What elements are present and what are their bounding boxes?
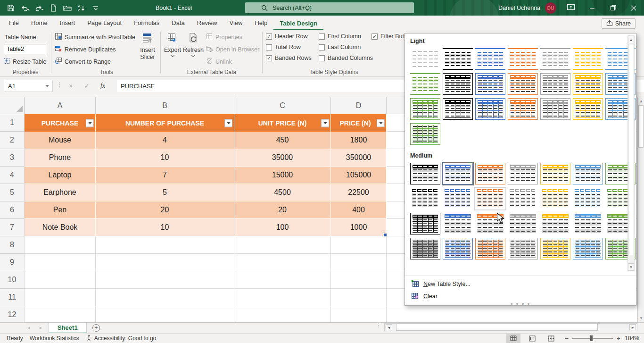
table-cell[interactable]: 10	[96, 219, 234, 236]
checkbox-box[interactable]	[319, 55, 325, 61]
table-style-thumbnail-black-lines[interactable]	[442, 47, 474, 71]
new-sheet-icon[interactable]: +	[92, 324, 100, 332]
gallery-resize-grip[interactable]: ● ● ● ●	[405, 301, 636, 306]
zoom-in-button[interactable]: +	[617, 335, 620, 342]
tab-scroll-splitter[interactable]: ⋮	[376, 324, 381, 326]
ribbon-tab-help[interactable]: Help	[248, 17, 273, 30]
table-style-thumbnail-yellow-cells[interactable]	[539, 187, 571, 210]
checkbox-box[interactable]	[319, 44, 325, 50]
table-style-thumbnail-gray-cells[interactable]	[507, 187, 539, 210]
undo-icon[interactable]	[19, 2, 31, 14]
clear-table-style-button[interactable]: Clear	[405, 290, 636, 302]
table-cell[interactable]: 450	[234, 132, 331, 149]
row-header-1[interactable]: 1	[0, 114, 25, 132]
table-style-thumbnail-blue-cells[interactable]	[442, 187, 474, 210]
checkbox-first-column[interactable]: First Column	[319, 33, 373, 40]
redo-icon[interactable]	[33, 2, 45, 14]
table-cell[interactable]: 1800	[331, 132, 387, 149]
vertical-scrollbar[interactable]: ▲ ▼	[637, 97, 644, 322]
table-cell[interactable]: Laptop	[25, 167, 96, 184]
cancel-icon[interactable]: ×	[64, 80, 77, 92]
table-style-thumbnail-orange-cells[interactable]	[474, 187, 506, 210]
checkbox-header-row[interactable]: ✓Header Row	[266, 33, 312, 40]
table-style-thumbnail-orange-mheader[interactable]	[474, 162, 506, 185]
scroll-down-icon[interactable]: ▼	[638, 315, 644, 322]
column-header-c[interactable]: C	[234, 97, 331, 114]
scroll-up-icon[interactable]: ▲	[638, 98, 644, 105]
table-cell[interactable]: 20	[96, 201, 234, 219]
filter-dropdown-icon[interactable]	[86, 119, 94, 127]
zoom-out-button[interactable]: −	[565, 335, 569, 342]
table-cell[interactable]: Earphone	[25, 184, 96, 201]
table-cell[interactable]: 15000	[234, 167, 331, 184]
row-header-6[interactable]: 6	[0, 201, 25, 219]
normal-view-button[interactable]	[506, 334, 520, 343]
table-cell[interactable]: Note Book	[25, 219, 96, 236]
table-cell[interactable]: Pen	[25, 201, 96, 219]
table-header-purchase[interactable]: PURCHASE	[25, 114, 96, 132]
table-style-thumbnail-yellow-shade[interactable]	[539, 237, 571, 260]
column-header-d[interactable]: D	[331, 97, 387, 114]
user-name[interactable]: Daniel Uchenna	[498, 5, 540, 11]
row-header-8[interactable]: 8	[0, 236, 25, 254]
table-style-thumbnail-black-grid[interactable]	[409, 212, 441, 235]
enter-icon[interactable]: ✓	[80, 80, 93, 92]
table-style-thumbnail-orange-header[interactable]	[507, 72, 539, 96]
summarize-with-pivottable-button[interactable]: Summarize with PivotTable	[55, 33, 135, 42]
table-header-price-n-[interactable]: PRICE (N)	[331, 114, 387, 132]
row-header-3[interactable]: 3	[0, 149, 25, 167]
table-cell[interactable]: 4500	[234, 184, 331, 201]
table-style-thumbnail-yellow-lines[interactable]	[572, 47, 604, 71]
open-folder-icon[interactable]	[61, 2, 74, 14]
ribbon-tab-file[interactable]: File	[3, 17, 25, 30]
table-cell[interactable]: 1000	[331, 219, 387, 236]
table-cell[interactable]: 35000	[234, 149, 331, 167]
formula-bar-splitter[interactable]: ⋮	[57, 81, 63, 88]
table-style-thumbnail-blue-grid[interactable]	[474, 97, 506, 121]
page-break-view-button[interactable]	[544, 334, 558, 343]
table-cell[interactable]: 100	[234, 219, 331, 236]
table-cell[interactable]: 10	[96, 149, 234, 167]
sheet-tab-sheet1[interactable]: Sheet1	[49, 323, 87, 334]
horizontal-scroll-thumb[interactable]	[396, 324, 598, 331]
resize-table-button[interactable]: Resize Table	[3, 57, 46, 66]
refresh-button[interactable]: Refresh	[183, 32, 204, 57]
table-cell[interactable]: Mouse	[25, 132, 96, 149]
table-cell[interactable]: 105000	[331, 167, 387, 184]
table-style-thumbnail-gray-header[interactable]	[539, 72, 571, 96]
new-file-icon[interactable]	[47, 2, 59, 14]
ribbon-tab-view[interactable]: View	[223, 17, 248, 30]
table-header-number-of-purchase[interactable]: NUMBER OF PURCHASE	[96, 114, 234, 132]
column-header-b[interactable]: B	[96, 97, 234, 114]
table-style-thumbnail-lightblue-shade[interactable]	[572, 237, 604, 260]
table-resize-handle[interactable]	[384, 234, 387, 236]
row-header-9[interactable]: 9	[0, 254, 25, 271]
ribbon-display-options-icon[interactable]	[567, 3, 575, 13]
gallery-scroll-up-icon[interactable]: ▲	[628, 36, 634, 43]
zoom-slider[interactable]	[572, 338, 613, 339]
table-style-thumbnail-green-grid[interactable]	[409, 97, 441, 121]
ribbon-tab-formulas[interactable]: Formulas	[128, 17, 165, 30]
table-cell[interactable]: 400	[331, 201, 387, 219]
table-style-thumbnail-orange-hdrbands[interactable]	[474, 212, 506, 235]
checkbox-total-row[interactable]: Total Row	[266, 44, 312, 50]
user-avatar[interactable]: DU	[545, 2, 556, 14]
save-icon[interactable]	[5, 2, 17, 14]
checkbox-box[interactable]	[266, 44, 272, 50]
insert-slicer-button[interactable]: Insert Slicer	[136, 32, 159, 61]
table-style-thumbnail-gray-lines[interactable]	[539, 47, 571, 71]
table-style-thumbnail-black-grid[interactable]	[442, 97, 474, 121]
table-style-thumbnail-gray-mheader[interactable]	[507, 162, 539, 185]
sort-ascending-icon[interactable]: AZ	[75, 2, 88, 14]
table-style-thumbnail-orange-shade[interactable]	[474, 237, 506, 260]
table-style-thumbnail-orange-grid[interactable]	[507, 97, 539, 121]
sheet-nav-right-icon[interactable]: ▸	[40, 325, 42, 331]
new-table-style-button[interactable]: New Table Style...	[405, 278, 636, 290]
row-header-7[interactable]: 7	[0, 219, 25, 236]
scroll-right-icon[interactable]: ▸	[629, 324, 636, 330]
table-cell[interactable]: 20	[234, 201, 331, 219]
ribbon-tab-table-design[interactable]: Table Design	[273, 17, 323, 30]
table-cell[interactable]: 7	[96, 167, 234, 184]
accessibility-status[interactable]: Accessibility: Good to go	[86, 335, 156, 343]
table-style-thumbnail-black-mheader[interactable]	[409, 162, 441, 185]
